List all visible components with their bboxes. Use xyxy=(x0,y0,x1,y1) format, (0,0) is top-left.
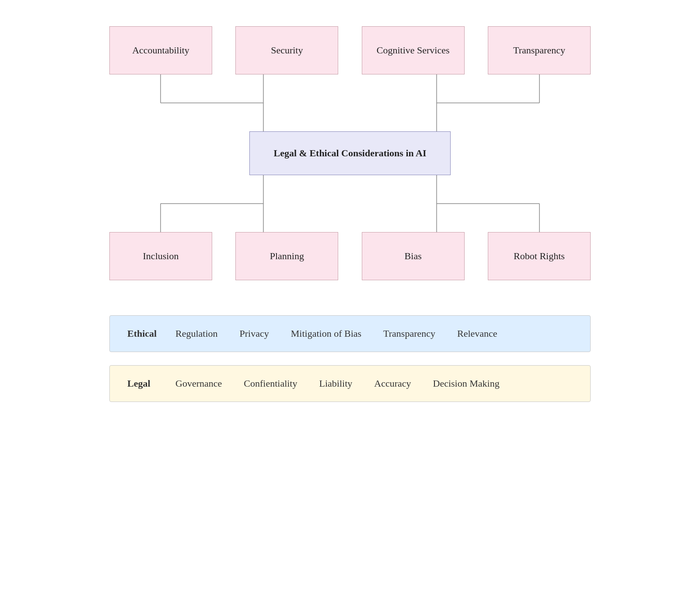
legend-section: Ethical Regulation Privacy Mitigation of… xyxy=(109,315,591,402)
legal-item-3: Accuracy xyxy=(374,378,411,389)
top-connectors-svg xyxy=(109,74,591,131)
top-row: Accountability Security Cognitive Servic… xyxy=(109,26,591,74)
legal-item-0: Governance xyxy=(175,378,222,389)
ethical-item-1: Privacy xyxy=(240,328,269,339)
box-security: Security xyxy=(235,26,338,74)
legal-label: Legal xyxy=(127,378,158,389)
ethical-items: Regulation Privacy Mitigation of Bias Tr… xyxy=(175,328,497,339)
box-transparency: Transparency xyxy=(488,26,591,74)
legal-item-2: Liability xyxy=(319,378,352,389)
ethical-label: Ethical xyxy=(127,328,158,339)
box-accountability: Accountability xyxy=(109,26,212,74)
box-robot-rights: Robot Rights xyxy=(488,232,591,280)
box-bias: Bias xyxy=(362,232,465,280)
ethical-item-2: Mitigation of Bias xyxy=(291,328,361,339)
legend-legal: Legal Governance Confientiality Liabilit… xyxy=(109,365,591,402)
box-planning: Planning xyxy=(235,232,338,280)
legal-items: Governance Confientiality Liability Accu… xyxy=(175,378,500,389)
box-center: Legal & Ethical Considerations in AI xyxy=(249,131,451,175)
center-box-wrapper: Legal & Ethical Considerations in AI xyxy=(109,131,591,175)
diagram: Accountability Security Cognitive Servic… xyxy=(109,26,591,280)
ethical-item-0: Regulation xyxy=(175,328,218,339)
ethical-item-3: Transparency xyxy=(383,328,435,339)
legal-item-1: Confientiality xyxy=(244,378,297,389)
bottom-connectors-svg xyxy=(109,175,591,232)
ethical-item-4: Relevance xyxy=(457,328,497,339)
box-inclusion: Inclusion xyxy=(109,232,212,280)
box-cognitive: Cognitive Services xyxy=(362,26,465,74)
legend-ethical: Ethical Regulation Privacy Mitigation of… xyxy=(109,315,591,352)
bottom-row: Inclusion Planning Bias Robot Rights xyxy=(109,232,591,280)
main-container: Accountability Security Cognitive Servic… xyxy=(109,26,591,402)
legal-item-4: Decision Making xyxy=(433,378,500,389)
